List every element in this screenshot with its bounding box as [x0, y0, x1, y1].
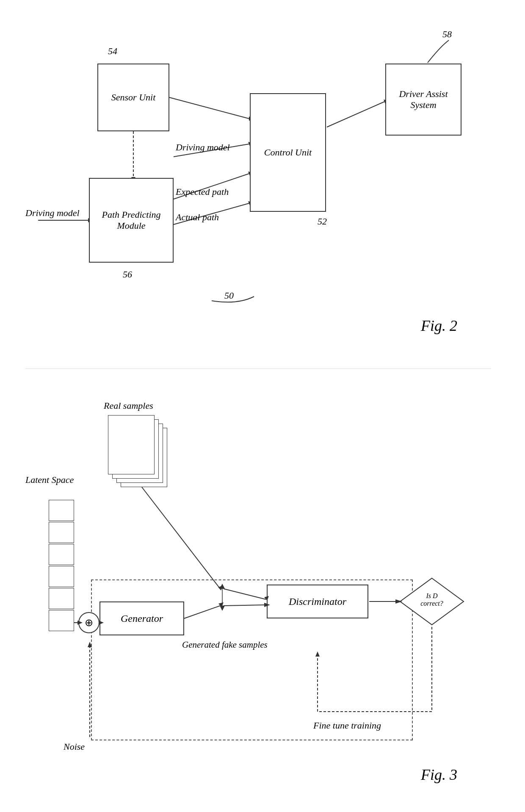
sensor-unit-label: Sensor Unit	[111, 92, 156, 103]
actual-path-label: Actual path	[176, 212, 219, 223]
latent-space-label: Latent Space	[25, 474, 74, 485]
driver-assist-label: Driver Assist System	[386, 89, 461, 111]
latent-cell-6	[49, 610, 74, 631]
ref-52: 52	[318, 216, 327, 227]
path-predicting-label: Path Predicting Module	[90, 209, 173, 231]
ref-54: 54	[108, 46, 117, 57]
svg-line-0	[169, 97, 249, 119]
sensor-unit-box: Sensor Unit	[97, 64, 169, 131]
figure-2-container: 54 Sensor Unit 56 Path Predicting Module…	[25, 17, 491, 347]
fig3-title: Fig. 3	[421, 766, 457, 784]
generator-label: Generator	[121, 613, 163, 624]
fine-tune-label: Fine tune training	[313, 720, 381, 731]
control-unit-box: Control Unit	[250, 93, 326, 212]
control-unit-label: Control Unit	[264, 147, 312, 158]
svg-text:Is D: Is D	[426, 592, 438, 599]
ref-58: 58	[442, 29, 452, 40]
latent-cell-5	[49, 588, 74, 609]
svg-line-12	[327, 102, 384, 127]
driving-model-input-label: Driving model	[25, 208, 80, 219]
svg-line-21	[142, 487, 220, 589]
path-predicting-box: Path Predicting Module	[89, 178, 174, 263]
latent-cell-3	[49, 544, 74, 565]
discriminator-label: Discriminator	[289, 596, 346, 607]
driving-model-arrow-label: Driving model	[176, 142, 230, 153]
latent-cell-4	[49, 566, 74, 587]
latent-space-stack	[49, 500, 74, 635]
svg-text:correct?: correct?	[420, 600, 443, 607]
sample-page-front	[108, 415, 155, 474]
page: 54 Sensor Unit 56 Path Predicting Module…	[0, 0, 525, 812]
figure-3-container: Latent Space Real samples Fine tune trai…	[25, 381, 491, 796]
ref-56: 56	[123, 269, 132, 280]
latent-cell-1	[49, 500, 74, 521]
noise-label: Noise	[64, 741, 85, 752]
real-samples-stack	[108, 415, 167, 487]
real-samples-label: Real samples	[104, 400, 153, 411]
driver-assist-box: Driver Assist System	[385, 64, 461, 136]
plus-circle: ⊕	[78, 612, 99, 633]
ref-50: 50	[224, 290, 234, 301]
generated-fake-label: Generated fake samples	[182, 640, 268, 650]
divider	[25, 369, 491, 369]
is-d-correct-diamond: Is D correct?	[398, 576, 466, 627]
fig2-title: Fig. 2	[421, 317, 457, 335]
expected-path-label: Expected path	[176, 186, 229, 197]
latent-cell-2	[49, 522, 74, 543]
discriminator-box: Discriminator	[267, 585, 368, 618]
generator-box: Generator	[99, 601, 184, 635]
